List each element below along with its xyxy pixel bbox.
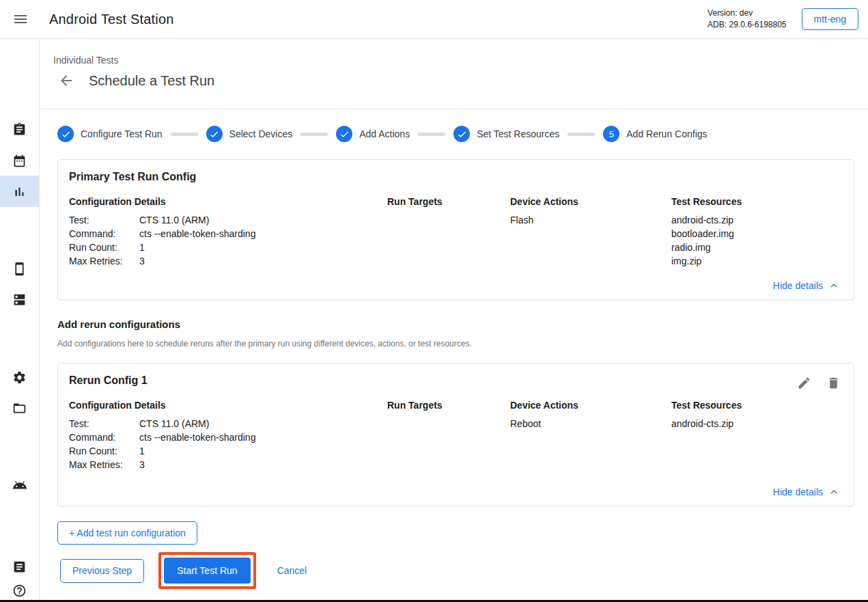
- chevron-up-icon: [828, 279, 840, 292]
- previous-step-button[interactable]: Previous Step: [60, 559, 144, 583]
- config-label: Max Retries:: [69, 458, 139, 471]
- add-test-run-configuration-button[interactable]: + Add test run configuration: [57, 521, 197, 545]
- stepper-step-label: Configure Test Run: [81, 128, 163, 139]
- config-value: CTS 11.0 (ARM): [139, 417, 387, 430]
- column-header: Device Actions: [510, 400, 671, 411]
- calendar-icon: [12, 154, 27, 168]
- card-title: Rerun Config 1: [69, 374, 843, 387]
- breadcrumb: Individual Tests: [53, 55, 854, 66]
- rerun-section-description: Add configurations here to schedule reru…: [57, 339, 854, 348]
- sidebar-item-schedule[interactable]: [0, 145, 39, 176]
- android-icon: [12, 478, 27, 493]
- config-row: Run Count:1: [69, 241, 387, 254]
- rerun-section-title: Add rerun configurations: [57, 318, 854, 330]
- stepper-step-set-test-resources[interactable]: Set Test Resources: [453, 126, 559, 142]
- sidebar-item-settings[interactable]: [0, 361, 39, 393]
- test-resource-item: android-cts.zip: [671, 213, 843, 227]
- check-circle-icon: [453, 126, 470, 142]
- sidebar-item-test-plans[interactable]: [0, 113, 39, 145]
- cancel-button[interactable]: Cancel: [277, 565, 307, 576]
- folder-icon: [12, 401, 27, 415]
- card-title: Primary Test Run Config: [69, 171, 843, 183]
- config-label: Run Count:: [69, 444, 139, 458]
- device-action-item: Reboot: [510, 417, 671, 430]
- column-header: Run Targets: [387, 400, 510, 411]
- sidebar-item-hosts[interactable]: [0, 284, 39, 315]
- config-row: Command:cts --enable-token-sharding: [69, 430, 387, 444]
- hide-details-button[interactable]: Hide details: [773, 279, 840, 292]
- sidebar-item-files[interactable]: [0, 392, 39, 424]
- config-value: 1: [139, 444, 387, 458]
- edit-icon[interactable]: [797, 375, 812, 390]
- config-row: Test:CTS 11.0 (ARM): [69, 417, 387, 430]
- back-arrow-icon[interactable]: [57, 72, 75, 90]
- version-info: Version: dev ADB: 29.0.6-6198805: [708, 8, 786, 31]
- start-test-run-button[interactable]: Start Test Run: [164, 558, 250, 584]
- annotation-highlight-box: Start Test Run: [158, 552, 255, 589]
- primary-test-run-config-card: Primary Test Run Config Configuration De…: [57, 159, 854, 300]
- stepper-step-add-actions[interactable]: Add Actions: [336, 126, 410, 142]
- config-label: Run Count:: [69, 241, 139, 254]
- hide-details-label: Hide details: [773, 280, 823, 291]
- stepper-connector: [418, 133, 445, 136]
- test-resource-item: bootloader.img: [671, 227, 843, 241]
- config-label: Command:: [69, 430, 139, 444]
- config-details-column: Configuration Details Test:CTS 11.0 (ARM…: [69, 196, 387, 268]
- check-circle-icon: [206, 126, 223, 142]
- wizard-actions: Previous Step Start Test Run Cancel: [57, 552, 854, 589]
- app-title: Android Test Station: [49, 12, 174, 27]
- sidebar-item-help[interactable]: [0, 575, 39, 602]
- config-value: 3: [139, 254, 387, 268]
- page-title: Schedule a Test Run: [89, 73, 214, 89]
- bar-chart-icon: [12, 184, 27, 199]
- config-row: Max Retries:3: [69, 254, 387, 268]
- config-value: 1: [139, 241, 387, 254]
- stepper-step-add-rerun-configs[interactable]: 5 Add Rerun Configs: [603, 126, 707, 142]
- version-label: Version: dev: [708, 8, 786, 19]
- config-value: cts --enable-token-sharding: [139, 430, 387, 444]
- stepper-step-configure-test-run[interactable]: Configure Test Run: [57, 126, 163, 142]
- hide-details-label: Hide details: [773, 487, 823, 497]
- column-header: Configuration Details: [69, 400, 387, 411]
- test-resources-column: Test Resources android-cts.zip bootloade…: [671, 196, 843, 268]
- column-header: Test Resources: [671, 400, 843, 411]
- sidebar-item-devices[interactable]: [0, 253, 39, 284]
- sidebar-item-test-runs[interactable]: [0, 176, 39, 207]
- config-value: 3: [139, 458, 387, 471]
- stepper-step-label: Add Actions: [359, 128, 410, 139]
- config-value: CTS 11.0 (ARM): [139, 213, 387, 227]
- header-right: Version: dev ADB: 29.0.6-6198805 mtt-eng: [708, 8, 868, 31]
- hide-details-button[interactable]: Hide details: [773, 486, 840, 498]
- config-row: Command:cts --enable-token-sharding: [69, 227, 387, 241]
- column-header: Test Resources: [671, 196, 843, 207]
- hamburger-menu-icon[interactable]: [7, 5, 34, 33]
- article-icon: [12, 560, 27, 574]
- test-resource-item: android-cts.zip: [671, 417, 843, 430]
- device-action-item: Flash: [510, 213, 671, 227]
- help-icon: [12, 584, 27, 598]
- chevron-up-icon: [828, 486, 840, 498]
- clipboard-icon: [12, 122, 27, 137]
- stepper-connector: [300, 133, 328, 136]
- run-targets-column: Run Targets: [387, 196, 510, 268]
- step-number-badge: 5: [603, 126, 619, 142]
- delete-icon[interactable]: [826, 375, 841, 390]
- config-label: Test:: [69, 213, 139, 227]
- dns-icon: [12, 292, 27, 307]
- run-targets-column: Run Targets: [387, 400, 510, 471]
- column-header: Device Actions: [510, 196, 671, 207]
- sidebar-item-android[interactable]: [0, 469, 39, 501]
- main-content: Individual Tests Schedule a Test Run Con…: [40, 39, 868, 602]
- config-row: Max Retries:3: [69, 458, 387, 471]
- stepper-connector: [171, 133, 198, 136]
- stepper-step-select-devices[interactable]: Select Devices: [206, 126, 293, 142]
- config-value: cts --enable-token-sharding: [139, 227, 387, 241]
- sidebar-nav: [0, 39, 40, 602]
- config-label: Test:: [69, 417, 139, 430]
- check-circle-icon: [57, 126, 74, 142]
- column-header: Configuration Details: [69, 196, 387, 207]
- stepper-connector: [568, 133, 595, 136]
- config-row: Run Count:1: [69, 444, 387, 458]
- environment-button[interactable]: mtt-eng: [802, 8, 858, 30]
- check-circle-icon: [336, 126, 352, 142]
